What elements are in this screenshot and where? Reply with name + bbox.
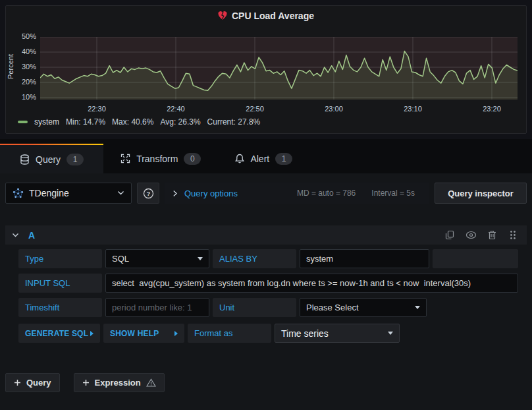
- legend-stat-min: Min: 14.7%: [66, 117, 105, 127]
- legend-series-swatch[interactable]: [18, 121, 28, 123]
- type-select-value: SQL: [112, 254, 129, 264]
- input-sql-label: INPUT SQL: [18, 274, 102, 293]
- question-circle-icon: ?: [143, 188, 154, 199]
- legend-stat-avg: Avg: 26.3%: [160, 117, 200, 127]
- caret-down-icon: [198, 257, 203, 260]
- legend-series-name[interactable]: system: [34, 117, 59, 127]
- query-options-summary: MD = auto = 786 Interval = 5s: [297, 189, 421, 198]
- show-help-label: SHOW HELP: [110, 329, 159, 338]
- datasource-row: TDengine ? Query options MD = auto = 786: [5, 183, 527, 204]
- x-tick-label: 22:30: [80, 105, 113, 113]
- row-type: Type SQL ALIAS BY: [18, 249, 518, 268]
- editor-tab-strip: Query 1 Transform 0 Alert: [0, 139, 532, 173]
- svg-text:?: ?: [146, 190, 150, 197]
- tab-query-label: Query: [36, 154, 61, 165]
- tab-alert-count-badge: 1: [275, 153, 292, 165]
- y-tick-label: 40%: [6, 47, 36, 55]
- query-ref-id: A: [28, 230, 35, 241]
- y-tick-label: 30%: [6, 63, 36, 71]
- hide-query-button[interactable]: [464, 228, 478, 243]
- add-query-label: Query: [26, 378, 51, 388]
- add-query-button[interactable]: Query: [5, 373, 60, 392]
- drag-handle[interactable]: [506, 228, 520, 243]
- y-tick-label: 20%: [6, 78, 36, 86]
- legend-stat-current: Current: 27.8%: [207, 117, 261, 127]
- database-icon: [20, 154, 30, 165]
- caret-down-icon: [415, 306, 420, 309]
- panel-title: CPU Load Average: [232, 11, 314, 21]
- input-sql-input[interactable]: [105, 274, 518, 293]
- row-timeshift: Timeshift Unit Please Select: [18, 298, 518, 317]
- query-options-label: Query options: [184, 189, 238, 198]
- plus-icon: [14, 379, 21, 386]
- tab-transform-count-badge: 0: [184, 153, 201, 165]
- x-tick-label: 23:00: [317, 105, 350, 113]
- generate-sql-label: GENERATE SQL: [25, 329, 88, 338]
- unit-select-value: Please Select: [306, 303, 359, 312]
- panel-header[interactable]: CPU Load Average: [6, 11, 526, 21]
- warning-triangle-icon: [146, 378, 156, 387]
- alert-heart-break-icon: [218, 11, 227, 20]
- tab-transform-label: Transform: [136, 154, 178, 164]
- grafana-panel-editor: CPU Load Average Percent 50%40%30%20%10%…: [0, 0, 532, 410]
- chart-plot-area[interactable]: [40, 37, 518, 100]
- type-label: Type: [18, 249, 102, 268]
- y-tick-label: 10%: [6, 93, 36, 101]
- unit-label: Unit: [213, 298, 296, 317]
- timeshift-label: Timeshift: [18, 298, 102, 317]
- row-filler: [433, 249, 518, 268]
- cpu-load-chart: [40, 37, 518, 100]
- duplicate-query-button[interactable]: [442, 228, 457, 243]
- tab-query[interactable]: Query 1: [0, 144, 103, 173]
- show-help-button[interactable]: SHOW HELP: [103, 324, 184, 343]
- chevron-right-icon: [173, 190, 178, 197]
- interval-summary: Interval = 5s: [371, 189, 415, 198]
- cpu-load-panel: CPU Load Average Percent 50%40%30%20%10%…: [5, 5, 527, 134]
- format-as-select[interactable]: Time series: [275, 324, 400, 343]
- datasource-help-button[interactable]: ?: [137, 183, 159, 204]
- triangle-right-icon: [90, 331, 93, 336]
- tab-query-count-badge: 1: [66, 154, 84, 165]
- alias-by-label: ALIAS BY: [213, 249, 296, 268]
- row-format: GENERATE SQL SHOW HELP Format as Time se…: [18, 324, 518, 343]
- format-as-value: Time series: [281, 328, 329, 339]
- query-inspector-button[interactable]: Query inspector: [435, 183, 527, 204]
- unit-select[interactable]: Please Select: [300, 298, 427, 317]
- add-expression-label: Expression: [95, 378, 141, 388]
- query-row-header[interactable]: A: [5, 225, 527, 245]
- caret-down-icon: [388, 332, 393, 335]
- add-expression-button[interactable]: Expression: [74, 373, 165, 392]
- transform-icon: [120, 154, 130, 163]
- query-tab-content: TDengine ? Query options MD = auto = 786: [0, 173, 532, 410]
- datasource-name: TDengine: [29, 188, 112, 198]
- query-editor-form: Type SQL ALIAS BY INPUT SQL Timeshift Un…: [18, 249, 518, 348]
- y-tick-label: 50%: [6, 32, 36, 40]
- plus-icon: [82, 379, 90, 386]
- x-tick-label: 22:50: [238, 105, 271, 113]
- format-as-label: Format as: [188, 324, 271, 343]
- bell-icon: [235, 154, 244, 163]
- max-data-points-summary: MD = auto = 786: [297, 189, 356, 198]
- chevron-down-icon: [117, 190, 124, 196]
- type-select[interactable]: SQL: [105, 249, 209, 268]
- triangle-right-icon: [174, 331, 178, 336]
- datasource-picker[interactable]: TDengine: [5, 183, 132, 204]
- row-input-sql: INPUT SQL: [18, 274, 518, 293]
- tdengine-logo-icon: [13, 188, 24, 199]
- x-tick-label: 23:10: [396, 105, 429, 113]
- alias-by-input[interactable]: [300, 249, 429, 268]
- tab-alert[interactable]: Alert 1: [218, 144, 309, 173]
- delete-query-button[interactable]: [485, 228, 499, 243]
- x-tick-label: 22:40: [159, 105, 192, 113]
- legend-stat-max: Max: 40.6%: [112, 117, 153, 127]
- query-actions: [442, 228, 520, 243]
- legend: system Min: 14.7% Max: 40.6% Avg: 26.3% …: [18, 117, 260, 127]
- query-options-header[interactable]: Query options MD = auto = 786 Interval =…: [165, 183, 429, 204]
- generate-sql-button[interactable]: GENERATE SQL: [18, 324, 100, 343]
- x-tick-label: 23:20: [475, 105, 508, 113]
- tab-transform[interactable]: Transform 0: [103, 144, 218, 173]
- collapse-chevron-icon: [12, 233, 19, 238]
- timeshift-input[interactable]: [105, 298, 209, 317]
- footer-actions: Query Expression: [5, 373, 165, 392]
- tab-alert-label: Alert: [250, 154, 269, 164]
